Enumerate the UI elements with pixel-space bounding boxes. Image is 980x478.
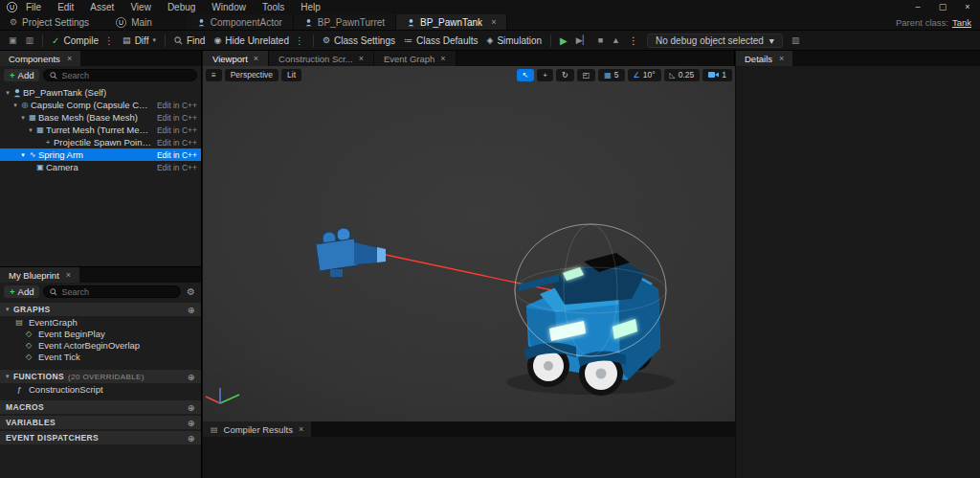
lit-mode-button[interactable]: Lit	[281, 69, 301, 81]
save-icon[interactable]: ▣	[9, 35, 17, 45]
menu-tools[interactable]: Tools	[262, 2, 284, 12]
close-tab-icon[interactable]: ×	[67, 54, 72, 63]
menu-window[interactable]: Window	[212, 2, 246, 12]
close-tab-icon[interactable]: ×	[254, 54, 258, 63]
stop-button[interactable]: ■	[598, 35, 603, 45]
close-tab-icon[interactable]: ×	[440, 54, 445, 63]
scale-snap-button[interactable]: ◺ 0.25	[664, 69, 701, 81]
simulation-button[interactable]: ◈ Simulation	[486, 35, 542, 46]
edit-in-cpp-link[interactable]: Edit in C++	[151, 125, 197, 135]
viewport-options-button[interactable]: ≡	[206, 69, 222, 81]
class-settings-button[interactable]: ⚙ Class Settings	[323, 35, 395, 46]
tab-construction-script[interactable]: Construction Scr... ×	[269, 51, 374, 66]
expand-arrow-icon[interactable]: ▾	[19, 151, 27, 159]
close-tab-icon[interactable]: ×	[491, 17, 496, 27]
tab-components[interactable]: Components ×	[0, 51, 80, 66]
my-blueprint-search-input[interactable]	[61, 287, 174, 297]
frame-skip-button[interactable]: ▶▏	[576, 35, 590, 45]
class-defaults-button[interactable]: ≔ Class Defaults	[404, 35, 478, 46]
expand-arrow-icon[interactable]: ▾	[19, 114, 27, 122]
add-function-button[interactable]: ⊕	[188, 372, 195, 382]
eject-button[interactable]: ▲	[612, 35, 620, 45]
menu-debug[interactable]: Debug	[167, 2, 195, 12]
tree-item-spring-arm[interactable]: ▾ ∿ Spring Arm Edit in C++	[0, 148, 201, 161]
rotate-tool-button[interactable]: ↻	[556, 69, 574, 81]
camera-speed-button[interactable]: 1	[702, 69, 732, 81]
maximize-button[interactable]: ▢	[930, 0, 955, 14]
add-variable-button[interactable]: ⊕	[188, 418, 195, 428]
expand-arrow-icon[interactable]: ▾	[6, 373, 10, 380]
unreal-logo-icon[interactable]: U	[7, 2, 17, 12]
viewport-3d-area[interactable]: ≡ Perspective Lit ↖ + ↻	[203, 66, 735, 421]
move-tool-button[interactable]: +	[537, 69, 553, 81]
graphs-section-header[interactable]: ▾ GRAPHS ⊕	[0, 303, 201, 316]
tab-viewport[interactable]: Viewport ×	[203, 51, 269, 66]
browse-debug-object-icon[interactable]: ▥	[791, 35, 800, 45]
tree-item-projectile-spawn-point[interactable]: + Projectile Spawn Point (Spawn Point) E…	[0, 136, 201, 148]
add-macro-button[interactable]: ⊕	[188, 402, 195, 413]
expand-arrow-icon[interactable]: ▾	[27, 126, 34, 134]
expand-arrow-icon[interactable]: ▾	[6, 306, 10, 313]
list-item-eventgraph[interactable]: ▤ EventGraph	[0, 316, 201, 328]
edit-in-cpp-link[interactable]: Edit in C++	[151, 101, 197, 110]
add-blueprint-item-button[interactable]: + Add	[4, 285, 39, 298]
close-tab-icon[interactable]: ×	[779, 54, 784, 63]
list-item-event-beginplay[interactable]: ◇ Event BeginPlay	[0, 328, 201, 339]
hide-unrelated-options-icon[interactable]: ⋮	[295, 35, 304, 46]
list-item-event-tick[interactable]: ◇ Event Tick	[0, 351, 201, 362]
list-item-constructionscript[interactable]: ƒ ConstructionScript	[0, 383, 201, 395]
tab-event-graph[interactable]: Event Graph ×	[374, 51, 457, 66]
edit-in-cpp-link[interactable]: Edit in C++	[151, 150, 197, 160]
play-options-icon[interactable]: ⋮	[629, 35, 638, 46]
close-tab-icon[interactable]: ×	[299, 424, 303, 434]
tree-item-bp-pawntank-self[interactable]: ▾ BP_PawnTank (Self)	[0, 86, 201, 99]
tab-bp-pawnturret[interactable]: BP_PawnTurret	[294, 14, 396, 30]
tab-main[interactable]: Main	[131, 17, 152, 28]
parent-class-link[interactable]: Tank	[952, 17, 971, 28]
menu-edit[interactable]: Edit	[57, 2, 74, 12]
play-button[interactable]: ▶	[560, 35, 568, 46]
close-tab-icon[interactable]: ×	[66, 270, 71, 280]
browse-icon[interactable]: ▥	[26, 35, 34, 45]
tab-compiler-results[interactable]: ▤ Compiler Results ×	[203, 421, 311, 437]
functions-section-header[interactable]: ▾ FUNCTIONS (20 OVERRIDABLE) ⊕	[0, 370, 201, 383]
compile-button[interactable]: ✓ Compile ⋮	[52, 35, 114, 46]
edit-in-cpp-link[interactable]: Edit in C++	[151, 138, 197, 148]
edit-in-cpp-link[interactable]: Edit in C++	[151, 163, 197, 172]
edit-in-cpp-link[interactable]: Edit in C++	[151, 113, 197, 123]
expand-arrow-icon[interactable]: ▾	[4, 89, 11, 97]
add-dispatcher-button[interactable]: ⊕	[188, 433, 195, 444]
blueprint-view-settings-gear-icon[interactable]: ⚙	[185, 286, 197, 297]
perspective-button[interactable]: Perspective	[225, 69, 278, 81]
tab-bp-pawntank[interactable]: BP_PawnTank ×	[396, 14, 507, 30]
viewport-background[interactable]	[203, 66, 735, 421]
macros-section-header[interactable]: MACROS ⊕	[0, 400, 201, 414]
variables-section-header[interactable]: VARIABLES ⊕	[0, 416, 201, 429]
debug-object-dropdown[interactable]: No debug object selected ▾	[647, 34, 783, 48]
components-search-input[interactable]	[61, 71, 190, 80]
close-button[interactable]: ×	[955, 0, 980, 14]
add-component-button[interactable]: + Add	[4, 69, 39, 81]
menu-file[interactable]: File	[26, 2, 41, 12]
viewport-3d-scene[interactable]	[203, 66, 735, 421]
tree-item-turret-mesh[interactable]: ▾ ▦ Turret Mesh (Turret Mesh) Edit in C+…	[0, 124, 201, 136]
select-tool-button[interactable]: ↖	[517, 69, 535, 81]
find-button[interactable]: Find	[174, 35, 205, 46]
tree-item-capsule-comp[interactable]: ▾ ◎ Capsule Comp (Capsule Collider) Edit…	[0, 99, 201, 111]
tree-item-base-mesh[interactable]: ▾ ▦ Base Mesh (Base Mesh) Edit in C++	[0, 111, 201, 124]
tree-item-camera[interactable]: ▣ Camera Edit in C++	[0, 161, 201, 173]
minimize-button[interactable]: –	[905, 0, 930, 14]
menu-view[interactable]: View	[130, 2, 151, 12]
expand-arrow-icon[interactable]: ▾	[11, 102, 19, 109]
add-graph-button[interactable]: ⊕	[188, 305, 195, 315]
grid-snap-button[interactable]: ▦ 5	[598, 69, 624, 81]
rotation-snap-button[interactable]: ∠ 10°	[628, 69, 661, 81]
scale-tool-button[interactable]: ◰	[577, 69, 596, 81]
diff-button[interactable]: ▤ Diff ▾	[122, 35, 156, 46]
compile-options-icon[interactable]: ⋮	[104, 35, 114, 46]
tab-my-blueprint[interactable]: My Blueprint ×	[0, 267, 79, 283]
tab-project-settings[interactable]: Project Settings	[22, 17, 89, 28]
hide-unrelated-button[interactable]: ◉ Hide Unrelated ⋮	[213, 35, 304, 46]
menu-help[interactable]: Help	[301, 2, 321, 12]
tab-componentactor[interactable]: ComponentActor	[187, 14, 294, 30]
